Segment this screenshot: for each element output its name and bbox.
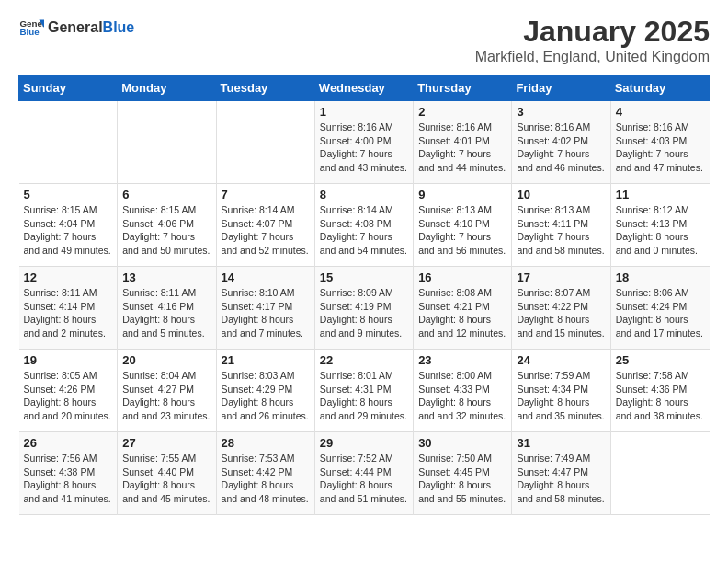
logo-icon: General Blue: [18, 15, 44, 40]
day-info: Sunrise: 8:13 AMSunset: 4:11 PMDaylight:…: [517, 203, 605, 258]
day-number: 2: [418, 105, 506, 119]
calendar-cell: 20Sunrise: 8:04 AMSunset: 4:27 PMDayligh…: [118, 350, 216, 432]
day-info: Sunrise: 7:55 AMSunset: 4:40 PMDaylight:…: [122, 452, 210, 506]
page-title: January 2025: [475, 15, 710, 49]
header-monday: Monday: [118, 75, 216, 101]
title-area: January 2025 Markfield, England, United …: [475, 15, 710, 65]
day-number: 24: [517, 353, 605, 367]
page-subtitle: Markfield, England, United Kingdom: [475, 49, 710, 65]
day-info: Sunrise: 8:12 AMSunset: 4:13 PMDaylight:…: [616, 203, 705, 258]
day-number: 6: [122, 188, 210, 201]
day-info: Sunrise: 8:00 AMSunset: 4:33 PMDaylight:…: [418, 369, 506, 423]
day-info: Sunrise: 8:03 AMSunset: 4:29 PMDaylight:…: [222, 369, 310, 423]
day-number: 3: [517, 105, 605, 119]
day-number: 29: [320, 436, 408, 450]
calendar-cell: 25Sunrise: 7:58 AMSunset: 4:36 PMDayligh…: [610, 350, 709, 432]
calendar-cell: 14Sunrise: 8:10 AMSunset: 4:17 PMDayligh…: [216, 267, 314, 350]
calendar-cell: [19, 101, 118, 184]
calendar-cell: 28Sunrise: 7:53 AMSunset: 4:42 PMDayligh…: [216, 432, 314, 515]
day-number: 26: [24, 436, 113, 450]
day-info: Sunrise: 7:52 AMSunset: 4:44 PMDaylight:…: [320, 452, 408, 506]
calendar-cell: 2Sunrise: 8:16 AMSunset: 4:01 PMDaylight…: [414, 101, 512, 184]
calendar-cell: 31Sunrise: 7:49 AMSunset: 4:47 PMDayligh…: [512, 432, 610, 515]
day-info: Sunrise: 8:14 AMSunset: 4:08 PMDaylight:…: [320, 203, 408, 258]
calendar-cell: 30Sunrise: 7:50 AMSunset: 4:45 PMDayligh…: [414, 432, 512, 515]
day-info: Sunrise: 7:56 AMSunset: 4:38 PMDaylight:…: [24, 452, 113, 506]
day-number: 17: [517, 270, 605, 284]
day-info: Sunrise: 8:10 AMSunset: 4:17 PMDaylight:…: [222, 286, 310, 340]
calendar-cell: [216, 101, 314, 184]
day-info: Sunrise: 8:16 AMSunset: 4:00 PMDaylight:…: [320, 121, 408, 175]
week-row-2: 5Sunrise: 8:15 AMSunset: 4:04 PMDaylight…: [19, 184, 710, 267]
calendar-cell: [610, 432, 709, 515]
calendar-cell: 22Sunrise: 8:01 AMSunset: 4:31 PMDayligh…: [314, 350, 413, 432]
day-number: 8: [320, 188, 408, 201]
calendar-cell: 8Sunrise: 8:14 AMSunset: 4:08 PMDaylight…: [314, 184, 413, 267]
calendar-cell: 19Sunrise: 8:05 AMSunset: 4:26 PMDayligh…: [19, 350, 118, 432]
calendar-cell: 4Sunrise: 8:16 AMSunset: 4:03 PMDaylight…: [610, 101, 709, 184]
header: General Blue General Blue January 2025 M…: [18, 15, 710, 65]
calendar-cell: 10Sunrise: 8:13 AMSunset: 4:11 PMDayligh…: [512, 184, 610, 267]
day-number: 19: [24, 353, 113, 367]
day-info: Sunrise: 8:16 AMSunset: 4:01 PMDaylight:…: [418, 121, 506, 175]
header-thursday: Thursday: [414, 75, 512, 101]
day-number: 10: [517, 188, 605, 201]
logo-general: General: [48, 19, 103, 36]
calendar-cell: 21Sunrise: 8:03 AMSunset: 4:29 PMDayligh…: [216, 350, 314, 432]
day-info: Sunrise: 8:08 AMSunset: 4:21 PMDaylight:…: [418, 286, 506, 340]
calendar-cell: 23Sunrise: 8:00 AMSunset: 4:33 PMDayligh…: [414, 350, 512, 432]
day-number: 25: [616, 353, 705, 367]
day-info: Sunrise: 8:13 AMSunset: 4:10 PMDaylight:…: [418, 203, 506, 258]
day-number: 14: [222, 270, 310, 284]
day-number: 16: [418, 270, 506, 284]
day-info: Sunrise: 8:11 AMSunset: 4:16 PMDaylight:…: [122, 286, 210, 340]
calendar-cell: 7Sunrise: 8:14 AMSunset: 4:07 PMDaylight…: [216, 184, 314, 267]
day-number: 12: [24, 270, 113, 284]
day-number: 27: [122, 436, 210, 450]
calendar-cell: 24Sunrise: 7:59 AMSunset: 4:34 PMDayligh…: [512, 350, 610, 432]
header-tuesday: Tuesday: [216, 75, 314, 101]
day-number: 9: [418, 188, 506, 201]
day-number: 1: [320, 105, 408, 119]
day-number: 18: [616, 270, 705, 284]
header-wednesday: Wednesday: [314, 75, 413, 101]
calendar-cell: 3Sunrise: 8:16 AMSunset: 4:02 PMDaylight…: [512, 101, 610, 184]
week-row-3: 12Sunrise: 8:11 AMSunset: 4:14 PMDayligh…: [19, 267, 710, 350]
day-info: Sunrise: 7:49 AMSunset: 4:47 PMDaylight:…: [517, 452, 605, 506]
header-sunday: Sunday: [19, 75, 118, 101]
day-number: 7: [222, 188, 310, 201]
logo-blue: Blue: [103, 19, 135, 36]
header-saturday: Saturday: [610, 75, 709, 101]
calendar-cell: 26Sunrise: 7:56 AMSunset: 4:38 PMDayligh…: [19, 432, 118, 515]
calendar-cell: 5Sunrise: 8:15 AMSunset: 4:04 PMDaylight…: [19, 184, 118, 267]
day-info: Sunrise: 7:59 AMSunset: 4:34 PMDaylight:…: [517, 369, 605, 423]
day-info: Sunrise: 8:09 AMSunset: 4:19 PMDaylight:…: [320, 286, 408, 340]
day-info: Sunrise: 8:15 AMSunset: 4:06 PMDaylight:…: [122, 203, 210, 258]
calendar-header-row: SundayMondayTuesdayWednesdayThursdayFrid…: [19, 75, 710, 101]
calendar-cell: 15Sunrise: 8:09 AMSunset: 4:19 PMDayligh…: [314, 267, 413, 350]
day-info: Sunrise: 8:04 AMSunset: 4:27 PMDaylight:…: [122, 369, 210, 423]
calendar-cell: 27Sunrise: 7:55 AMSunset: 4:40 PMDayligh…: [118, 432, 216, 515]
calendar-cell: 12Sunrise: 8:11 AMSunset: 4:14 PMDayligh…: [19, 267, 118, 350]
calendar-cell: 18Sunrise: 8:06 AMSunset: 4:24 PMDayligh…: [610, 267, 709, 350]
day-number: 13: [122, 270, 210, 284]
calendar-cell: 16Sunrise: 8:08 AMSunset: 4:21 PMDayligh…: [414, 267, 512, 350]
day-number: 5: [24, 188, 113, 201]
day-info: Sunrise: 7:50 AMSunset: 4:45 PMDaylight:…: [418, 452, 506, 506]
day-info: Sunrise: 8:07 AMSunset: 4:22 PMDaylight:…: [517, 286, 605, 340]
calendar-cell: 9Sunrise: 8:13 AMSunset: 4:10 PMDaylight…: [414, 184, 512, 267]
day-number: 15: [320, 270, 408, 284]
day-number: 23: [418, 353, 506, 367]
week-row-1: 1Sunrise: 8:16 AMSunset: 4:00 PMDaylight…: [19, 101, 710, 184]
svg-text:Blue: Blue: [19, 27, 40, 37]
calendar-table: SundayMondayTuesdayWednesdayThursdayFrid…: [18, 75, 710, 515]
day-info: Sunrise: 8:14 AMSunset: 4:07 PMDaylight:…: [222, 203, 310, 258]
day-info: Sunrise: 8:15 AMSunset: 4:04 PMDaylight:…: [24, 203, 113, 258]
week-row-5: 26Sunrise: 7:56 AMSunset: 4:38 PMDayligh…: [19, 432, 710, 515]
day-number: 11: [616, 188, 705, 201]
day-number: 28: [222, 436, 310, 450]
calendar-cell: [118, 101, 216, 184]
calendar-cell: 6Sunrise: 8:15 AMSunset: 4:06 PMDaylight…: [118, 184, 216, 267]
day-number: 20: [122, 353, 210, 367]
day-info: Sunrise: 8:16 AMSunset: 4:03 PMDaylight:…: [616, 121, 705, 175]
